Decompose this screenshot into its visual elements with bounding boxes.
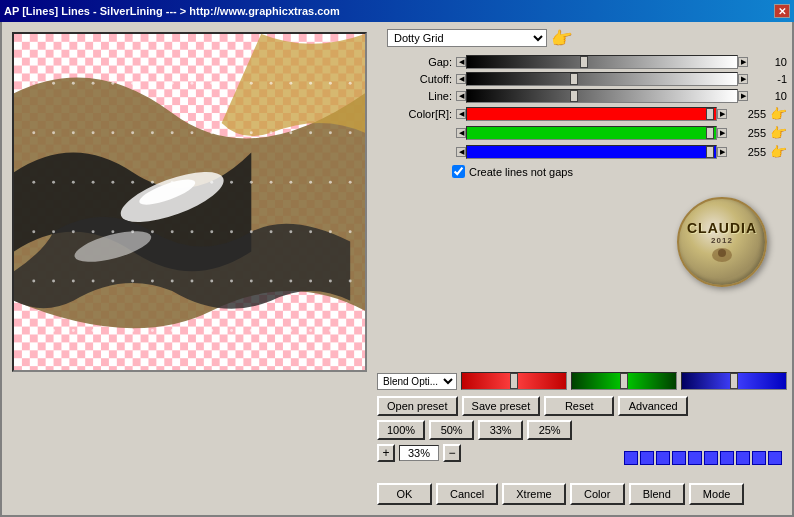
svg-point-76 — [32, 280, 35, 283]
main-window: Dotty Grid 👉 Gap: ◀ ▶ 10 Cutoff: — [0, 22, 794, 517]
svg-point-90 — [309, 280, 312, 283]
colorr-arrow-right[interactable]: ▶ — [717, 109, 727, 119]
svg-point-15 — [171, 82, 174, 85]
cancel-button[interactable]: Cancel — [436, 483, 498, 505]
open-preset-button[interactable]: Open preset — [377, 396, 458, 416]
colorg-value: 255 — [731, 127, 766, 139]
svg-point-77 — [52, 280, 55, 283]
svg-point-48 — [151, 181, 154, 184]
colorb-track[interactable] — [466, 145, 717, 159]
blend-green-thumb — [620, 373, 628, 389]
svg-point-28 — [92, 131, 95, 134]
svg-point-62 — [92, 230, 95, 233]
blue-sq-1 — [624, 451, 638, 465]
cutoff-track[interactable] — [466, 72, 738, 86]
line-value: 10 — [752, 90, 787, 102]
title-bar: AP [Lines] Lines - SilverLining --- > ht… — [0, 0, 794, 22]
blue-sq-2 — [640, 451, 654, 465]
svg-point-75 — [349, 230, 352, 233]
svg-point-109 — [349, 329, 352, 332]
svg-point-111 — [718, 249, 726, 257]
gap-track[interactable] — [466, 55, 738, 69]
dropdown-hand-icon: 👉 — [549, 25, 574, 50]
gap-label: Gap: — [387, 56, 452, 68]
svg-point-88 — [270, 280, 273, 283]
mode-button[interactable]: Mode — [689, 483, 745, 505]
checkbox-row: Create lines not gaps — [452, 165, 787, 178]
save-preset-button[interactable]: Save preset — [462, 396, 541, 416]
advanced-button[interactable]: Advanced — [618, 396, 688, 416]
zoom-minus-button[interactable]: − — [443, 444, 461, 462]
line-track[interactable] — [466, 89, 738, 103]
close-button[interactable]: ✕ — [774, 4, 790, 18]
svg-point-49 — [171, 181, 174, 184]
line-arrow-right[interactable]: ▶ — [738, 91, 748, 101]
cutoff-arrow-left[interactable]: ◀ — [456, 74, 466, 84]
colorr-hand-icon: 👉 — [769, 105, 789, 124]
svg-point-67 — [190, 230, 193, 233]
line-slider-row: Line: ◀ ▶ 10 — [387, 89, 787, 103]
colorb-value: 255 — [731, 146, 766, 158]
colorg-track[interactable] — [466, 126, 717, 140]
svg-point-78 — [72, 280, 75, 283]
cutoff-label: Cutoff: — [387, 73, 452, 85]
svg-point-10 — [72, 82, 75, 85]
gap-arrow-right[interactable]: ▶ — [738, 57, 748, 67]
blend-green-slider[interactable] — [571, 372, 677, 390]
svg-point-35 — [230, 131, 233, 134]
sliders-section: Gap: ◀ ▶ 10 Cutoff: ◀ ▶ — [387, 55, 787, 160]
colorg-arrow-left[interactable]: ◀ — [456, 128, 466, 138]
controls-area: Dotty Grid 👉 Gap: ◀ ▶ 10 Cutoff: — [377, 27, 787, 183]
blend-button[interactable]: Blend — [629, 483, 685, 505]
title-text: AP [Lines] Lines - SilverLining --- > ht… — [4, 5, 340, 17]
svg-point-24 — [349, 82, 352, 85]
pct-50-button[interactable]: 50% — [429, 420, 474, 440]
create-lines-checkbox[interactable] — [452, 165, 465, 178]
svg-point-58 — [349, 181, 352, 184]
blue-sq-9 — [752, 451, 766, 465]
blue-sq-10 — [768, 451, 782, 465]
colorb-arrow-right[interactable]: ▶ — [717, 147, 727, 157]
cutoff-arrow-right[interactable]: ▶ — [738, 74, 748, 84]
pattern-dropdown[interactable]: Dotty Grid — [387, 29, 547, 47]
svg-point-31 — [151, 131, 154, 134]
blend-red-slider[interactable] — [461, 372, 567, 390]
svg-point-107 — [309, 329, 312, 332]
ok-button[interactable]: OK — [377, 483, 432, 505]
svg-point-82 — [151, 280, 154, 283]
svg-point-79 — [92, 280, 95, 283]
svg-point-101 — [190, 329, 193, 332]
blend-blue-slider[interactable] — [681, 372, 787, 390]
xtreme-button[interactable]: Xtreme — [502, 483, 565, 505]
pct-100-button[interactable]: 100% — [377, 420, 425, 440]
svg-point-72 — [289, 230, 292, 233]
colorr-track[interactable] — [466, 107, 717, 121]
svg-point-14 — [151, 82, 154, 85]
svg-point-16 — [190, 82, 193, 85]
reset-button[interactable]: Reset — [544, 396, 614, 416]
svg-point-30 — [131, 131, 134, 134]
coin-text: CLAUDIA — [687, 220, 757, 236]
svg-point-37 — [270, 131, 273, 134]
create-lines-label: Create lines not gaps — [469, 166, 573, 178]
svg-point-60 — [52, 230, 55, 233]
blue-sq-4 — [672, 451, 686, 465]
svg-point-47 — [131, 181, 134, 184]
colorr-arrow-left[interactable]: ◀ — [456, 109, 466, 119]
pct-25-button[interactable]: 25% — [527, 420, 572, 440]
color-button[interactable]: Color — [570, 483, 625, 505]
line-arrow-left[interactable]: ◀ — [456, 91, 466, 101]
svg-point-108 — [329, 329, 332, 332]
svg-point-41 — [349, 131, 352, 134]
svg-point-19 — [250, 82, 253, 85]
colorb-arrow-left[interactable]: ◀ — [456, 147, 466, 157]
svg-point-98 — [131, 329, 134, 332]
svg-point-27 — [72, 131, 75, 134]
blend-options-dropdown[interactable]: Blend Opti... — [377, 373, 457, 390]
gap-arrow-left[interactable]: ◀ — [456, 57, 466, 67]
zoom-plus-button[interactable]: + — [377, 444, 395, 462]
colorg-arrow-right[interactable]: ▶ — [717, 128, 727, 138]
pct-33-button[interactable]: 33% — [478, 420, 523, 440]
svg-point-70 — [250, 230, 253, 233]
color-r-label: Color[R]: — [387, 108, 452, 120]
